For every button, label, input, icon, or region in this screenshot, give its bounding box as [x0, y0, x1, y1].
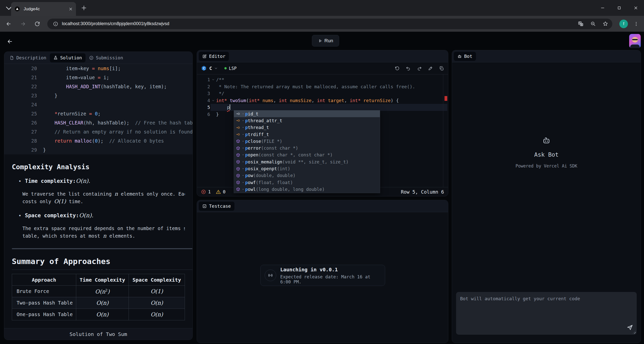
format-code-button[interactable] [428, 66, 433, 71]
site-info-icon[interactable] [53, 21, 58, 27]
code-text: int* twoSum(int* nums, int numsSize, int… [216, 97, 447, 104]
module-icon [236, 180, 240, 185]
autocomplete-item[interactable]: ·pid_t [234, 110, 380, 117]
autocomplete-item[interactable]: ·pclose(FILE *) [234, 138, 380, 145]
redo-button[interactable] [417, 66, 422, 71]
reset-code-button[interactable] [395, 66, 400, 71]
tab-bot[interactable]: Bot [454, 52, 476, 61]
code-token: target [328, 98, 344, 103]
code-token: return [55, 138, 72, 144]
autocomplete-item[interactable]: ·ptrdiff_t [234, 131, 380, 138]
solution-footer[interactable]: Solution of Two Sum [4, 328, 192, 340]
app-back-button[interactable] [7, 38, 13, 45]
window-controls [594, 0, 644, 16]
zoom-out-icon[interactable] [590, 21, 596, 27]
matched-prefix: p [245, 118, 248, 123]
editor-tab-label: Editor [209, 54, 225, 59]
browser-menu-icon[interactable] [633, 21, 639, 27]
browser-toolbar: localhost:3000/problems/cm8pjqdem0001ty8… [0, 16, 644, 32]
editor-toolbar: C C LSP [197, 62, 448, 74]
run-button[interactable]: Run [312, 35, 339, 47]
send-message-icon[interactable] [627, 324, 633, 331]
autocomplete-item[interactable]: ·pow(double, double) [234, 172, 380, 179]
suggestion-detail: (int) [277, 166, 290, 171]
tab-label: Submission [96, 55, 123, 60]
warning-count: 0 [223, 189, 226, 194]
copy-code-button[interactable] [439, 66, 444, 71]
suggestion-detail: (const char *, const char *) [258, 152, 333, 157]
tab-description[interactable]: Description [6, 53, 50, 62]
column-header: Time Complexity [76, 274, 129, 286]
suggestion-name: ow [248, 173, 253, 178]
complexity-bullet: •Time complexity: O(n). [18, 178, 185, 184]
fold-gutter [210, 90, 216, 97]
tab-testcase[interactable]: Testcase [199, 202, 234, 211]
code-token: , [273, 98, 279, 103]
table-cell: O(1) [129, 286, 185, 297]
math-value: O(n). [76, 178, 90, 184]
browser-profile-avatar[interactable]: f [619, 20, 628, 28]
editor-actions [395, 66, 444, 71]
matched-prefix: p [245, 180, 248, 185]
autocomplete-item[interactable]: ·pthread_t [234, 124, 380, 131]
table-cell: One-pass Hash Table [12, 309, 76, 320]
suggestion-name: open [248, 152, 258, 157]
code-token [216, 105, 227, 110]
match-dot: · [242, 173, 245, 178]
user-avatar[interactable] [629, 34, 641, 48]
autocomplete-item[interactable]: ·popen(const char *, const char *) [234, 152, 380, 158]
autocomplete-item[interactable]: ·perror(const char *) [234, 145, 380, 151]
autocomplete-item[interactable]: ·pthread_attr_t [234, 117, 380, 124]
suggestion-name: thread_t [248, 125, 269, 130]
browser-tab[interactable]: Judge4c [11, 2, 76, 16]
translate-icon[interactable] [578, 21, 584, 27]
solution-panel-tabs: DescriptionSolutionSubmission [4, 52, 192, 64]
autocomplete-dropdown: ·pid_t·pthread_attr_t·pthread_t·ptrdiff_… [234, 110, 380, 193]
match-dot: · [242, 166, 245, 171]
section-divider [12, 248, 192, 249]
autocomplete-item[interactable]: ·powl(long double, long double) [234, 186, 380, 193]
suggestion-name: thread_attr_t [248, 118, 282, 123]
code-token: , [344, 98, 350, 103]
fold-chevron-icon[interactable] [210, 97, 216, 104]
bookmark-star-icon[interactable] [602, 21, 608, 27]
url-text[interactable]: localhost:3000/problems/cm8pjqdem0001ty8… [62, 21, 571, 26]
math-value: O(n) [96, 311, 108, 318]
fold-chevron-icon[interactable] [210, 76, 216, 83]
code-token: i; [101, 75, 109, 80]
autocomplete-item[interactable]: ·powf(float, float) [234, 179, 380, 186]
maximize-button[interactable] [611, 0, 627, 16]
code-token: } [216, 112, 219, 117]
browser-back-button[interactable] [6, 21, 12, 27]
code-text: * Note: The returned array must be mallo… [216, 83, 447, 90]
matched-prefix: p [245, 111, 248, 116]
broadcast-icon-wrap [265, 270, 276, 281]
match-dot: · [242, 111, 245, 116]
bot-tab-label: Bot [464, 54, 472, 59]
tab-editor[interactable]: Editor [199, 52, 229, 61]
close-window-button[interactable] [627, 0, 644, 16]
tab-solution[interactable]: Solution [50, 53, 86, 62]
chevron-down-icon[interactable] [214, 66, 218, 70]
browser-reload-button[interactable] [34, 21, 40, 27]
bot-message-input[interactable] [456, 292, 637, 335]
new-tab-button[interactable] [80, 5, 87, 11]
autocomplete-item[interactable]: ·posix_memalign(void **, size_t, size_t) [234, 158, 380, 165]
address-bar[interactable]: localhost:3000/problems/cm8pjqdem0001ty8… [47, 19, 612, 29]
table-header-row: ApproachTime ComplexitySpace Complexity [12, 274, 185, 286]
tab-close-icon[interactable] [68, 7, 73, 11]
code-line: 25 *returnSize = 0; [4, 109, 192, 118]
tab-submission[interactable]: Submission [86, 53, 127, 62]
interface-icon [236, 118, 240, 123]
run-label: Run [325, 38, 333, 44]
column-header: Space Complexity [129, 274, 185, 286]
browser-forward-button[interactable] [20, 21, 26, 27]
solution-footer-label: Solution of Two Sum [70, 331, 127, 337]
code-token: returnSize [57, 111, 89, 116]
language-selector[interactable]: C [209, 66, 212, 71]
minimize-button[interactable] [594, 0, 611, 16]
code-text: /** [216, 76, 447, 83]
undo-button[interactable] [406, 66, 411, 71]
autocomplete-item[interactable]: ·posix_openpt(int) [234, 165, 380, 172]
matched-prefix: p [245, 139, 248, 144]
